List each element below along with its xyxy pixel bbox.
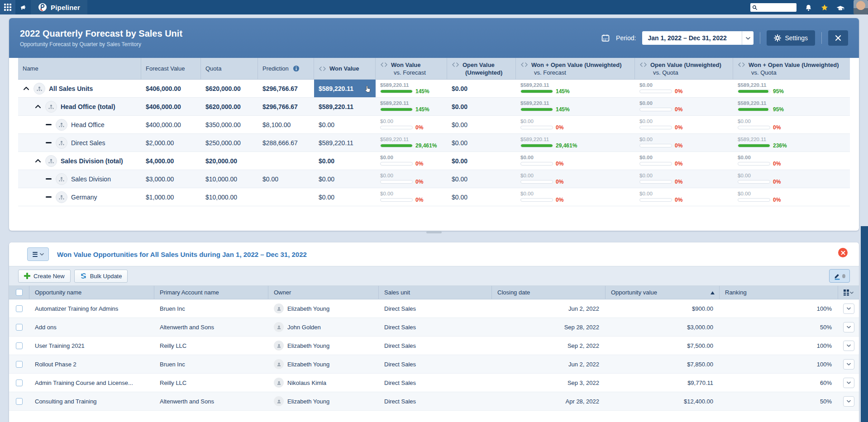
opportunity-name-cell[interactable]: Consulting and Training [29, 398, 154, 405]
announcements-button[interactable] [15, 0, 31, 14]
notifications-bell-icon[interactable] [805, 4, 812, 11]
won-open-vs-forecast-cell: $589,220.11 145% [516, 98, 635, 115]
opportunity-value-cell: $3,000.00 [606, 324, 720, 331]
opportunity-name-cell[interactable]: Rollout Phase 2 [29, 361, 154, 368]
open-vs-quota-cell: $0.00 0% [635, 134, 733, 152]
col-header-won-open-vs-quota[interactable]: Won + Open Value (Unweighted) vs. Quota [733, 58, 850, 79]
opportunity-row[interactable]: Add ons Altenwerth and Sons John Golden … [9, 318, 859, 337]
col-header-open-vs-quota[interactable]: Open Value (Unweighted) vs. Quota [635, 58, 733, 79]
forecast-row[interactable]: Head Office (total) $406,000.00 $620,000… [18, 98, 850, 116]
col-header-won-vs-forecast[interactable]: Won Value vs. Forecast [376, 58, 447, 79]
column-move-icons[interactable] [452, 62, 459, 67]
forecast-row[interactable]: Sales Division (total) $4,000.00 $20,000… [18, 152, 850, 170]
column-move-icons[interactable] [380, 62, 388, 67]
user-avatar[interactable] [854, 0, 868, 14]
prediction-cell: $296,766.67 [258, 80, 314, 97]
won-value-cell[interactable]: $0.00 [314, 152, 376, 170]
col-header-primary-account[interactable]: Primary Account name [154, 286, 268, 299]
col-header-opportunity-value[interactable]: Opportunity value [606, 286, 720, 299]
pane-resize-handle[interactable] [426, 231, 442, 233]
plus-icon [24, 273, 30, 279]
column-chooser-button[interactable] [838, 286, 859, 299]
col-header-owner[interactable]: Owner [268, 286, 379, 299]
column-move-icons[interactable] [520, 62, 528, 67]
won-open-vs-forecast-cell: $589,220.11 29,461% [516, 134, 635, 152]
favorites-star-icon[interactable] [820, 4, 828, 11]
col-header-prediction[interactable]: Prediction [258, 58, 314, 79]
create-new-button[interactable]: Create New [18, 270, 71, 283]
row-actions-dropdown[interactable] [843, 396, 854, 407]
row-actions-dropdown[interactable] [843, 341, 854, 351]
row-checkbox[interactable] [16, 398, 23, 405]
won-open-vs-quota-cell: $0.00 0% [733, 152, 850, 170]
column-move-icons[interactable] [319, 66, 326, 71]
period-select[interactable]: Jan 1, 2022 – Dec 31, 2022 [642, 31, 754, 45]
account-cell: Altenwerth and Sons [154, 324, 268, 331]
training-cap-icon[interactable] [836, 5, 844, 10]
opportunity-row[interactable]: Consulting and Training Altenwerth and S… [9, 392, 859, 411]
opportunity-name-cell[interactable]: User Training 2021 [29, 342, 154, 349]
col-header-open-value[interactable]: Open Value (Unweighted) [447, 58, 516, 79]
period-chevron[interactable] [742, 31, 754, 45]
info-icon[interactable] [293, 65, 300, 72]
opportunity-row[interactable]: Rollout Phase 2 Bruen Inc Elizabeth Youn… [9, 355, 859, 374]
col-header-sales-unit[interactable]: Sales unit [379, 286, 492, 299]
global-search[interactable] [750, 3, 796, 12]
search-input[interactable] [758, 5, 795, 10]
sales-unit-icon [56, 119, 67, 131]
col-header-ranking[interactable]: Ranking [720, 286, 838, 299]
forecast-row[interactable]: Head Office $400,000.00 $350,000.00 $8,1… [18, 116, 850, 134]
column-move-icons[interactable] [738, 62, 745, 67]
col-header-name[interactable]: Name [18, 58, 141, 79]
col-header-quota[interactable]: Quota [201, 58, 258, 79]
col-header-won-value[interactable]: Won Value [314, 58, 376, 79]
collapse-chevron-icon[interactable] [33, 159, 43, 163]
row-checkbox[interactable] [16, 324, 23, 331]
forecast-row[interactable]: Direct Sales $2,000.00 $250,000.00 $288,… [18, 134, 850, 152]
col-header-won-open-vs-forecast[interactable]: Won + Open Value (Unweighted) vs. Foreca… [516, 58, 635, 79]
opportunity-name-cell[interactable]: Automatizer Training for Admins [29, 305, 154, 312]
settings-button[interactable]: Settings [767, 30, 815, 46]
close-forecast-button[interactable] [828, 30, 848, 46]
bulk-update-button[interactable]: Bulk Update [74, 270, 128, 283]
opportunity-row[interactable]: Automatizer Training for Admins Bruen In… [9, 299, 859, 318]
col-header-closing-date[interactable]: Closing date [492, 286, 606, 299]
logo-home-link[interactable]: Pipeliner [31, 0, 87, 14]
row-checkbox[interactable] [16, 342, 23, 349]
edit-mode-button[interactable] [829, 269, 850, 283]
collapse-chevron-icon[interactable] [22, 86, 31, 90]
col-header-forecast-value[interactable]: Forecast Value [141, 58, 201, 79]
close-opportunities-button[interactable] [838, 248, 848, 257]
megaphone-icon [20, 4, 26, 10]
won-value-cell[interactable]: $589,220.11 [314, 134, 376, 152]
won-value-cell[interactable]: $0.00 [314, 116, 376, 133]
forecast-row[interactable]: All Sales Units $406,000.00 $620,000.00 … [18, 80, 850, 98]
won-value-cell[interactable]: $0.00 [314, 188, 376, 206]
row-checkbox[interactable] [16, 379, 23, 386]
forecast-row[interactable]: Germany $1,000.00 $10,000.00 $0.00 $0.00… [18, 188, 850, 206]
row-checkbox[interactable] [16, 305, 23, 312]
col-header-opportunity-name[interactable]: Opportunity name [29, 286, 154, 299]
opportunity-row[interactable]: User Training 2021 Reilly LLC Elizabeth … [9, 337, 859, 355]
app-grid-button[interactable] [0, 0, 15, 14]
row-actions-dropdown[interactable] [843, 359, 854, 370]
opportunity-name-cell[interactable]: Admin Training Course and License... [29, 379, 154, 386]
open-value-cell: $0.00 [447, 116, 516, 133]
opportunity-name-cell[interactable]: Add ons [29, 324, 154, 331]
won-value-cell[interactable]: $0.00 [314, 170, 376, 188]
row-actions-dropdown[interactable] [843, 378, 854, 388]
quota-cell: $620,000.00 [201, 80, 258, 97]
column-move-icons[interactable] [639, 62, 647, 67]
collapse-chevron-icon[interactable] [33, 104, 43, 109]
row-actions-dropdown[interactable] [843, 303, 854, 314]
won-value-cell[interactable]: $589,220.11 [314, 98, 376, 115]
page-scrollbar[interactable] [861, 226, 868, 422]
row-actions-dropdown[interactable] [843, 322, 854, 332]
forecast-value-cell: $2,000.00 [141, 134, 201, 152]
select-all-checkbox[interactable] [16, 289, 23, 296]
row-checkbox[interactable] [16, 361, 23, 368]
forecast-row[interactable]: Sales Division $3,000.00 $10,000.00 $0.0… [18, 170, 850, 188]
won-value-cell-selected[interactable]: $589,220.11 [314, 80, 376, 97]
opportunity-row[interactable]: Admin Training Course and License... Rei… [9, 374, 859, 392]
list-menu-button[interactable] [27, 247, 49, 261]
